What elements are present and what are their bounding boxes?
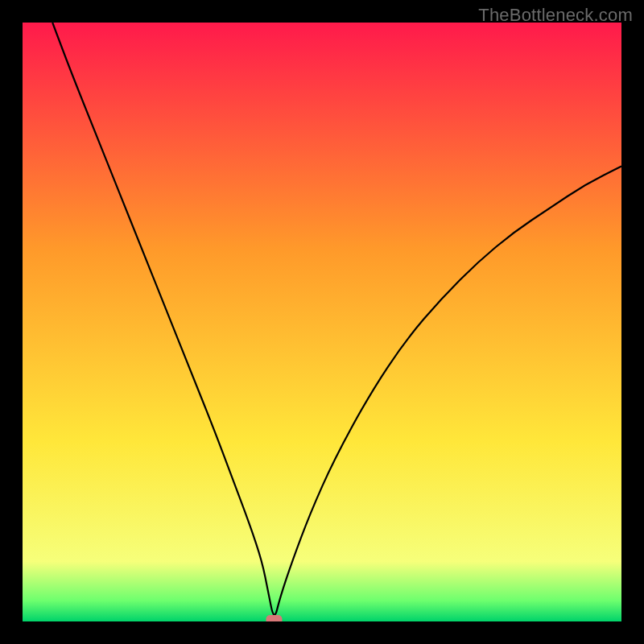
chart-frame: TheBottleneck.com	[0, 0, 644, 644]
chart-svg	[23, 23, 621, 621]
minimum-marker	[266, 615, 282, 621]
plot-area	[23, 23, 621, 621]
watermark-text: TheBottleneck.com	[478, 5, 633, 26]
gradient-background	[23, 23, 621, 621]
